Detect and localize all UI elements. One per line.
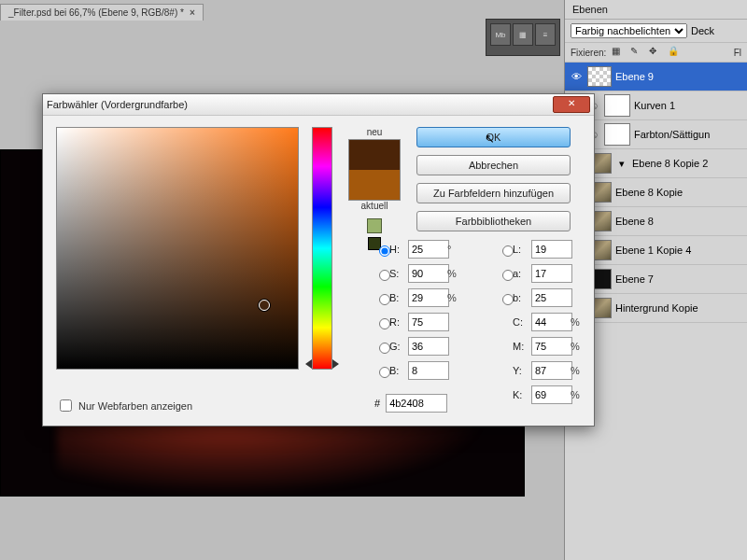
color-fields: H: ° L: S: % a: B: % b: [374, 237, 581, 414]
s-input[interactable] [408, 264, 449, 283]
g-label: G: [389, 341, 406, 352]
lock-all-icon[interactable]: 🔒 [668, 46, 681, 59]
m-unit: % [571, 341, 589, 352]
b-input[interactable] [531, 288, 572, 307]
opacity-label: Deck [691, 25, 714, 36]
m-label: M: [513, 341, 529, 352]
fill-label: Fl [734, 48, 741, 58]
k-label: K: [513, 389, 529, 400]
color-picker-dialog: Farbwähler (Vordergrundfarbe) ✕ neu aktu… [42, 93, 595, 427]
new-color-swatch[interactable] [349, 140, 400, 170]
bv-unit: % [447, 292, 466, 303]
mask-thumbnail[interactable] [604, 123, 630, 146]
hue-slider[interactable] [312, 127, 332, 370]
blend-mode-select[interactable]: Farbig nachbelichten [571, 23, 687, 38]
y-label: Y: [513, 365, 529, 376]
close-dialog-button[interactable]: ✕ [553, 96, 590, 113]
add-to-swatches-button[interactable]: Zu Farbfeldern hinzufügen [416, 183, 571, 203]
hex-input[interactable] [386, 394, 447, 413]
hue-arrow-icon [332, 359, 339, 369]
chevron-down-icon[interactable]: ▾ [615, 158, 628, 170]
k-input[interactable] [531, 385, 572, 404]
bv-label: B: [389, 292, 406, 303]
lock-transparency-icon[interactable]: ▦ [612, 46, 625, 59]
color-swatch-pair [348, 139, 401, 201]
a-label: a: [513, 268, 529, 279]
layer-name[interactable]: Ebene 1 Kopie 4 [615, 245, 743, 256]
layer-row[interactable]: 👁 Ebene 9 [565, 63, 747, 91]
k-unit: % [571, 389, 589, 400]
m-input[interactable] [531, 337, 572, 356]
panel-icon[interactable]: Mb [490, 23, 511, 46]
layer-name[interactable]: Ebene 8 Kopie [615, 187, 743, 198]
lock-label: Fixieren: [571, 48, 606, 58]
y-input[interactable] [531, 361, 572, 380]
web-only-checkbox[interactable]: Nur Webfarben anzeigen [56, 397, 192, 414]
cursor-icon: ↖ [485, 132, 495, 146]
g-input[interactable] [408, 337, 449, 356]
ok-button[interactable]: OK ↖ [416, 127, 571, 147]
bv-input[interactable] [408, 288, 449, 307]
layer-thumbnail[interactable] [587, 66, 612, 87]
layer-name[interactable]: Ebene 8 [615, 216, 743, 227]
new-color-label: neu [367, 127, 383, 137]
hex-label: # [374, 398, 380, 409]
layer-name[interactable]: Kurven 1 [634, 100, 743, 111]
c-label: C: [513, 316, 529, 328]
layer-name[interactable]: Farbton/Sättigun [634, 129, 743, 140]
s-label: S: [389, 268, 406, 279]
panel-dock: Mb ▦ ≡ [486, 19, 560, 56]
y-unit: % [571, 365, 589, 376]
current-color-label: aktuell [361, 201, 388, 211]
h-input[interactable] [408, 240, 449, 259]
lock-move-icon[interactable]: ✥ [649, 46, 662, 59]
dialog-title: Farbwähler (Vordergrundfarbe) [47, 99, 188, 110]
current-color-swatch[interactable] [349, 170, 400, 200]
bc-label: B: [389, 365, 406, 376]
b-label: b: [513, 292, 529, 303]
layer-name[interactable]: Ebene 7 [615, 273, 743, 285]
close-tab-icon[interactable]: × [190, 7, 195, 18]
lock-paint-icon[interactable]: ✎ [630, 46, 643, 59]
mask-thumbnail[interactable] [604, 94, 630, 117]
h-label: H: [389, 244, 406, 255]
l-input[interactable] [531, 240, 572, 259]
layers-panel-tab[interactable]: Ebenen [565, 0, 747, 20]
layer-name[interactable]: Ebene 9 [615, 71, 743, 82]
saturation-value-field[interactable] [56, 127, 299, 370]
gamut-warning-icon[interactable] [367, 218, 382, 233]
visibility-icon[interactable]: 👁 [569, 71, 584, 82]
cancel-button[interactable]: Abbrechen [416, 155, 571, 175]
panel-icon[interactable]: ▦ [513, 23, 533, 46]
hue-arrow-icon [305, 359, 312, 369]
layer-name[interactable]: Ebene 8 Kopie 2 [632, 158, 743, 169]
dialog-titlebar[interactable]: Farbwähler (Vordergrundfarbe) ✕ [43, 94, 594, 116]
r-input[interactable] [408, 313, 449, 331]
l-label: L: [513, 244, 529, 255]
sv-cursor-icon [259, 300, 270, 311]
c-input[interactable] [531, 313, 572, 331]
bc-input[interactable] [408, 361, 449, 380]
s-unit: % [447, 268, 466, 279]
web-only-input[interactable] [60, 399, 72, 412]
a-input[interactable] [531, 264, 572, 283]
layer-name[interactable]: Hintergrund Kopie [615, 302, 743, 314]
color-libraries-button[interactable]: Farbbibliotheken [416, 211, 571, 231]
r-label: R: [389, 316, 406, 328]
web-only-label: Nur Webfarben anzeigen [78, 400, 192, 412]
c-unit: % [571, 316, 589, 328]
panel-icon[interactable]: ≡ [535, 23, 556, 46]
h-unit: ° [447, 244, 466, 255]
document-title: _Filter.psd bei 66,7% (Ebene 9, RGB/8#) … [8, 7, 184, 18]
document-tab[interactable]: _Filter.psd bei 66,7% (Ebene 9, RGB/8#) … [0, 4, 204, 21]
